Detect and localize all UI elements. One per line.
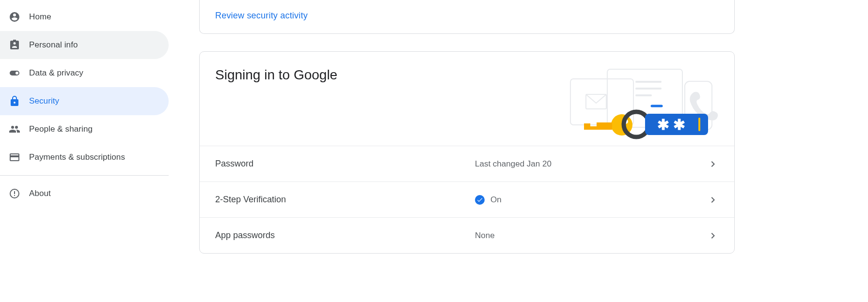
row-label: App passwords [215,230,475,241]
main-content: Review security activity Signing in to G… [169,0,868,302]
sidebar-item-label: Data & privacy [29,68,83,78]
sidebar-item-label: Payments & subscriptions [29,152,125,162]
sidebar-item-label: People & sharing [29,124,93,134]
row-value: Last changed Jan 20 [475,159,707,169]
row-password[interactable]: Password Last changed Jan 20 [200,146,734,181]
people-icon [9,123,20,135]
row-value: On [475,195,707,205]
toggle-icon [9,67,20,79]
sidebar-item-label: Security [29,96,59,106]
sidebar-item-people-sharing[interactable]: People & sharing [0,115,169,143]
sidebar-item-label: Personal info [29,40,78,50]
key-password-illustration-icon: ✱ ✱ [564,64,719,142]
check-circle-icon [475,195,485,205]
row-value: None [475,231,707,241]
account-circle-icon [9,11,20,23]
signing-in-card: Signing in to Google [199,51,735,254]
card-header: Signing in to Google [200,63,734,146]
sidebar-item-about[interactable]: About [0,180,169,208]
credit-card-icon [9,151,20,163]
chevron-right-icon [707,158,719,170]
sidebar-item-data-privacy[interactable]: Data & privacy [0,59,169,87]
row-2step-verification[interactable]: 2-Step Verification On [200,181,734,217]
row-value-text: Last changed Jan 20 [475,159,552,169]
sidebar-item-home[interactable]: Home [0,3,169,31]
svg-text:✱ ✱: ✱ ✱ [657,117,685,133]
row-value-text: None [475,231,495,241]
sidebar-item-security[interactable]: Security [0,87,169,115]
sidebar-item-payments[interactable]: Payments & subscriptions [0,143,169,171]
sidebar-item-personal-info[interactable]: Personal info [0,31,169,59]
chevron-right-icon [707,230,719,242]
row-label: 2-Step Verification [215,195,475,205]
sidebar: Home Personal info Data & privacy Securi… [0,0,169,302]
sidebar-item-label: Home [29,12,51,22]
review-security-activity-link[interactable]: Review security activity [215,11,308,20]
security-activity-card: Review security activity [199,0,735,34]
row-app-passwords[interactable]: App passwords None [200,217,734,253]
info-icon [9,188,20,199]
card-title: Signing in to Google [215,67,337,83]
sidebar-item-label: About [29,189,51,198]
lock-icon [9,95,20,107]
row-value-text: On [490,195,502,205]
sidebar-divider [0,175,169,176]
row-label: Password [215,159,475,169]
svg-rect-13 [698,118,700,131]
id-card-icon [9,39,20,51]
chevron-right-icon [707,194,719,206]
